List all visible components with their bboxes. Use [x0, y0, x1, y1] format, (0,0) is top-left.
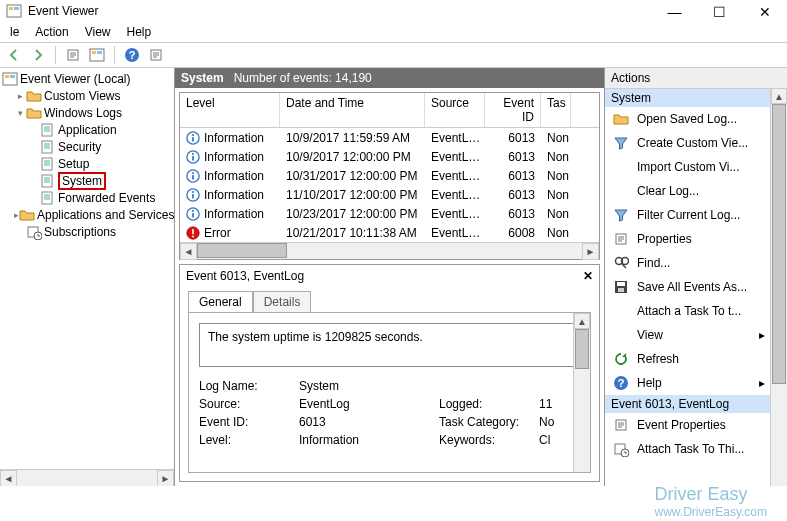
action-link[interactable]: Import Custom Vi... [605, 155, 787, 179]
app-icon [6, 3, 22, 19]
actions-header: Actions [605, 68, 787, 89]
toolbar [0, 42, 787, 68]
event-message: The system uptime is 1209825 seconds. [199, 323, 580, 367]
actions-section-event[interactable]: Event 6013, EventLog▲ [605, 395, 787, 413]
help-button[interactable] [122, 45, 142, 65]
event-preview: Event 6013, EventLog ✕ General Details T… [179, 264, 600, 482]
action-link[interactable]: Open Saved Log... [605, 107, 787, 131]
props-icon [613, 231, 629, 247]
action-link[interactable]: Properties [605, 227, 787, 251]
action-link[interactable]: Save All Events As... [605, 275, 787, 299]
tree-item[interactable]: Application [0, 121, 174, 138]
menu-view[interactable]: View [77, 23, 119, 41]
folder-icon [613, 111, 629, 127]
action-link[interactable]: Attach Task To Thi... [605, 437, 787, 461]
col-datetime[interactable]: Date and Time [280, 93, 425, 127]
tab-general[interactable]: General [188, 291, 253, 312]
tree-item[interactable]: Forwarded Events [0, 189, 174, 206]
event-row[interactable]: Information10/31/2017 12:00:00 PMEventL…… [180, 166, 599, 185]
back-button[interactable] [4, 45, 24, 65]
event-row[interactable]: Information10/9/2017 12:00:00 PMEventL…6… [180, 147, 599, 166]
event-count: Number of events: 14,190 [234, 71, 372, 85]
maximize-button[interactable]: ☐ [697, 0, 742, 24]
preview-title: Event 6013, EventLog [186, 269, 304, 283]
tree-item[interactable]: Subscriptions [0, 223, 174, 240]
tree-item[interactable]: ▸Applications and Services Lo [0, 206, 174, 223]
menu-action[interactable]: Action [27, 23, 76, 41]
refresh-icon [613, 351, 629, 367]
menu-help[interactable]: Help [119, 23, 160, 41]
funnel-icon [613, 135, 629, 151]
menu-file[interactable]: le [2, 23, 27, 41]
close-window-button[interactable]: ✕ [742, 0, 787, 24]
tree-item[interactable]: ▾Windows Logs [0, 104, 174, 121]
event-row[interactable]: Error10/21/2017 10:11:38 AMEventL…6008No… [180, 223, 599, 242]
actions-vscroll[interactable]: ▲ [770, 88, 787, 486]
action-link[interactable]: Help▸ [605, 371, 787, 395]
log-title: System [181, 71, 224, 85]
action-link[interactable]: Clear Log... [605, 179, 787, 203]
properties-button[interactable] [146, 45, 166, 65]
tree-item[interactable]: Setup [0, 155, 174, 172]
navigation-tree: Event Viewer (Local)▸Custom Views▾Window… [0, 68, 175, 486]
funnel-icon [613, 207, 629, 223]
props-icon [613, 417, 629, 433]
tree-hscroll[interactable]: ◄► [0, 469, 174, 486]
preview-close-button[interactable]: ✕ [583, 269, 593, 283]
menubar: le Action View Help [0, 22, 787, 42]
action-link[interactable]: Create Custom Vie... [605, 131, 787, 155]
preview-vscroll[interactable]: ▲ [573, 313, 590, 472]
help-icon [613, 375, 629, 391]
center-header: System Number of events: 14,190 [175, 68, 604, 88]
save-icon [613, 279, 629, 295]
col-level[interactable]: Level [180, 93, 280, 127]
tree-root[interactable]: Event Viewer (Local) [0, 70, 174, 87]
col-task[interactable]: Tas [541, 93, 571, 127]
event-list: Level Date and Time Source Event ID Tas … [179, 92, 600, 260]
action-link[interactable]: Attach a Task To t... [605, 299, 787, 323]
action-link[interactable]: Refresh [605, 347, 787, 371]
event-row[interactable]: Information11/10/2017 12:00:00 PMEventL…… [180, 185, 599, 204]
find-icon [613, 255, 629, 271]
actions-section-system[interactable]: System▲ [605, 89, 787, 107]
watermark: Driver Easy www.DriverEasy.com [655, 484, 767, 519]
event-row[interactable]: Information10/9/2017 11:59:59 AMEventL…6… [180, 128, 599, 147]
actions-pane: Actions System▲ Open Saved Log...Create … [605, 68, 787, 486]
minimize-button[interactable]: — [652, 0, 697, 24]
task-icon [613, 441, 629, 457]
action-link[interactable]: Filter Current Log... [605, 203, 787, 227]
window-title: Event Viewer [28, 4, 98, 18]
show-hide-action-button[interactable] [87, 45, 107, 65]
tree-item[interactable]: ▸Custom Views [0, 87, 174, 104]
list-header[interactable]: Level Date and Time Source Event ID Tas [180, 93, 599, 128]
tree-item[interactable]: Security [0, 138, 174, 155]
col-eventid[interactable]: Event ID [485, 93, 541, 127]
tab-details[interactable]: Details [253, 291, 312, 312]
action-link[interactable]: Event Properties [605, 413, 787, 437]
col-source[interactable]: Source [425, 93, 485, 127]
event-row[interactable]: Information10/23/2017 12:00:00 PMEventL…… [180, 204, 599, 223]
forward-button[interactable] [28, 45, 48, 65]
action-link[interactable]: View▸ [605, 323, 787, 347]
action-link[interactable]: Find... [605, 251, 787, 275]
list-hscroll[interactable]: ◄ ► [180, 242, 599, 259]
tree-item[interactable]: System [0, 172, 174, 189]
show-hide-tree-button[interactable] [63, 45, 83, 65]
